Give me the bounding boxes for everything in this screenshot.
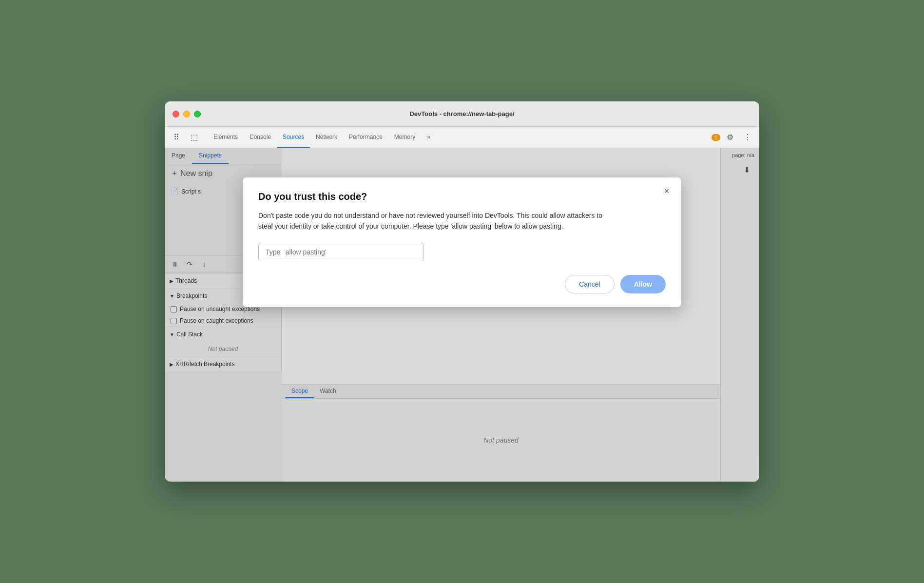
tab-sources[interactable]: Sources: [277, 127, 310, 148]
devtools-body: Page Snippets ＋ New snip 📄 Script s: [165, 148, 759, 482]
tab-performance[interactable]: Performance: [343, 127, 388, 148]
cancel-button[interactable]: Cancel: [565, 275, 615, 293]
window-controls: [173, 111, 201, 117]
maximize-button[interactable]: [194, 111, 201, 117]
more-icon: ⋮: [744, 133, 751, 142]
tab-elements[interactable]: Elements: [208, 127, 244, 148]
cursor-icon: ⠿: [173, 133, 179, 142]
more-options-button[interactable]: ⋮: [740, 130, 755, 145]
allow-pasting-input[interactable]: [258, 243, 424, 261]
tab-network[interactable]: Network: [310, 127, 343, 148]
dialog-title: Do you trust this code?: [258, 191, 666, 202]
toolbar-right: 1 ⚙ ⋮: [712, 130, 755, 145]
dialog-overlay: × Do you trust this code? Don't paste co…: [165, 148, 759, 482]
tab-more[interactable]: »: [421, 127, 436, 148]
close-icon: ×: [664, 186, 670, 196]
error-badge: 1: [712, 134, 720, 141]
settings-icon: ⚙: [727, 133, 733, 142]
allow-button[interactable]: Allow: [620, 275, 666, 293]
settings-button[interactable]: ⚙: [722, 130, 738, 145]
dialog-body: Don't paste code you do not understand o…: [258, 210, 609, 232]
tab-console[interactable]: Console: [244, 127, 277, 148]
tab-memory[interactable]: Memory: [388, 127, 421, 148]
cursor-tool-button[interactable]: ⠿: [169, 130, 184, 145]
browser-window: DevTools - chrome://new-tab-page/ ⠿ ⬚ El…: [165, 101, 759, 482]
window-title: DevTools - chrome://new-tab-page/: [409, 110, 514, 117]
devtools-tabs: Elements Console Sources Network Perform…: [208, 127, 710, 148]
dialog-close-button[interactable]: ×: [660, 184, 674, 198]
trust-dialog: × Do you trust this code? Don't paste co…: [243, 177, 681, 307]
titlebar: DevTools - chrome://new-tab-page/: [165, 101, 759, 127]
device-tool-button[interactable]: ⬚: [186, 130, 202, 145]
close-button[interactable]: [173, 111, 179, 117]
dialog-actions: Cancel Allow: [258, 275, 666, 293]
minimize-button[interactable]: [183, 111, 190, 117]
devtools-toolbar: ⠿ ⬚ Elements Console Sources Network Per…: [165, 127, 759, 148]
device-icon: ⬚: [191, 133, 198, 142]
